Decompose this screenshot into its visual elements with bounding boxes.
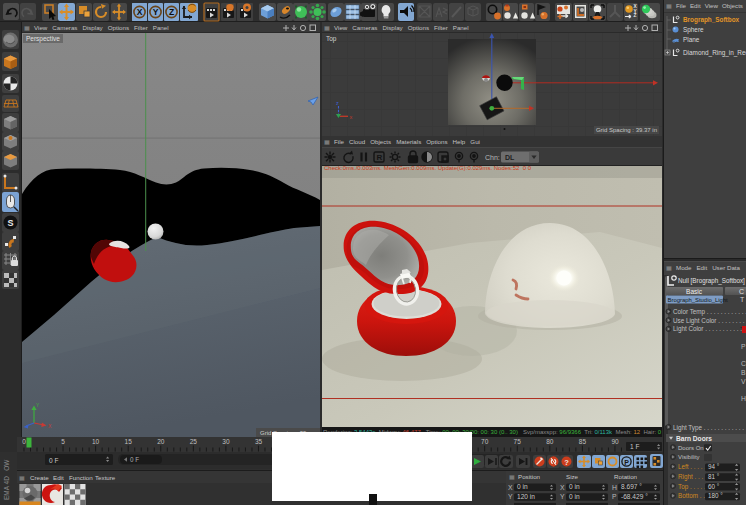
svg-text:90: 90: [611, 438, 619, 445]
svg-text:80: 80: [546, 438, 554, 445]
svg-text:Brograph_Studio_Light: Brograph_Studio_Light: [668, 297, 729, 303]
svg-text:P: P: [741, 343, 746, 350]
svg-text:Texture: Texture: [95, 474, 116, 481]
svg-text:C: C: [739, 288, 744, 295]
svg-text:94 °: 94 °: [708, 463, 720, 470]
svg-text:0: 0: [22, 438, 26, 445]
svg-text:P: P: [612, 493, 617, 500]
svg-text:0 in: 0 in: [517, 483, 528, 490]
svg-text:H: H: [612, 484, 617, 491]
svg-text:-68.429 °: -68.429 °: [621, 493, 648, 500]
svg-text:R: R: [377, 153, 383, 162]
svg-text:P: P: [624, 459, 629, 466]
svg-text:x: x: [350, 114, 353, 120]
svg-text:Y: Y: [508, 493, 513, 500]
svg-text:Z: Z: [169, 7, 174, 17]
svg-text:Y: Y: [153, 7, 159, 17]
svg-text:V: V: [741, 378, 746, 385]
svg-text:Z: Z: [634, 13, 637, 18]
svg-text:Light Color . . . . . . . . .: Light Color . . . . . . . . . . . .: [673, 325, 746, 333]
svg-text:Doors On: Doors On: [678, 445, 704, 451]
svg-text:Basic: Basic: [686, 288, 703, 295]
svg-text:C: C: [741, 360, 746, 367]
svg-text:120 in: 120 in: [517, 493, 535, 500]
svg-text:X: X: [508, 484, 513, 491]
svg-text:H: H: [741, 395, 746, 402]
svg-text:Bottom . .: Bottom . .: [678, 492, 705, 499]
svg-text:Visibility: Visibility: [678, 454, 700, 460]
svg-text:0 F: 0 F: [49, 457, 58, 464]
svg-text:Y: Y: [560, 493, 565, 500]
svg-text:Function: Function: [69, 474, 93, 481]
svg-text:X: X: [560, 484, 565, 491]
svg-text:Light Type . . . . . . . . . .: Light Type . . . . . . . . . . . . .: [673, 424, 746, 432]
svg-text:0 in: 0 in: [569, 483, 580, 490]
svg-text:70: 70: [481, 438, 489, 445]
svg-text:10: 10: [92, 438, 100, 445]
svg-text:?: ?: [564, 458, 569, 467]
svg-text:25: 25: [190, 438, 198, 445]
svg-text:0 F: 0 F: [130, 456, 139, 463]
svg-text:81 °: 81 °: [708, 473, 720, 480]
svg-text:Plane: Plane: [683, 36, 700, 43]
svg-text:0 in: 0 in: [569, 493, 580, 500]
svg-text:X: X: [137, 7, 143, 17]
svg-text:z: z: [336, 100, 339, 106]
svg-text:Edit: Edit: [53, 474, 64, 481]
svg-text:Rotation: Rotation: [614, 473, 638, 480]
svg-text:20: 20: [157, 438, 165, 445]
svg-text:180 °: 180 °: [708, 493, 723, 500]
svg-text:Chn:: Chn:: [485, 154, 500, 161]
svg-text:Create: Create: [30, 474, 49, 481]
svg-text:Null [Brograph_Softbox]: Null [Brograph_Softbox]: [678, 277, 745, 285]
svg-text:Position: Position: [518, 473, 541, 480]
svg-text:B: B: [741, 369, 746, 376]
svg-text:Size: Size: [566, 473, 579, 480]
svg-text:Check:0ms./0.003ms. MeshGen:0.: Check:0ms./0.003ms. MeshGen:0.009ms. Upd…: [324, 166, 532, 171]
svg-text:30: 30: [222, 438, 230, 445]
svg-text:Diamond_Ring_in_Red_Velv: Diamond_Ring_in_Red_Velv: [683, 49, 746, 57]
svg-text:▦: ▦: [19, 475, 25, 481]
svg-text:Barn Doors: Barn Doors: [676, 435, 712, 442]
svg-text:Use Light Color . . . . . . .: Use Light Color . . . . . . . . . .: [673, 317, 746, 325]
svg-text:35: 35: [255, 438, 263, 445]
svg-text:5: 5: [61, 438, 65, 445]
svg-text:Color Temp . . . . . . . . . .: Color Temp . . . . . . . . . . . . . .: [673, 308, 746, 316]
svg-text:Left . . . . .: Left . . . . .: [678, 463, 706, 470]
svg-text:Brograph_Softbox: Brograph_Softbox: [683, 16, 740, 24]
svg-text:Top . . . . .: Top . . . . .: [678, 483, 706, 491]
svg-text:8.697 °: 8.697 °: [621, 483, 642, 490]
svg-text:75: 75: [514, 438, 522, 445]
svg-text:S: S: [7, 218, 13, 228]
svg-text:▦: ▦: [509, 474, 515, 480]
svg-text:60 °: 60 °: [708, 483, 720, 490]
svg-text:1 F: 1 F: [630, 443, 639, 450]
svg-text:15: 15: [125, 438, 133, 445]
svg-text:85: 85: [579, 438, 587, 445]
svg-text:Sphere: Sphere: [683, 26, 704, 34]
svg-text:Right . . . .: Right . . . .: [678, 473, 707, 481]
svg-text:DL: DL: [505, 154, 515, 161]
svg-text:T: T: [740, 296, 745, 303]
